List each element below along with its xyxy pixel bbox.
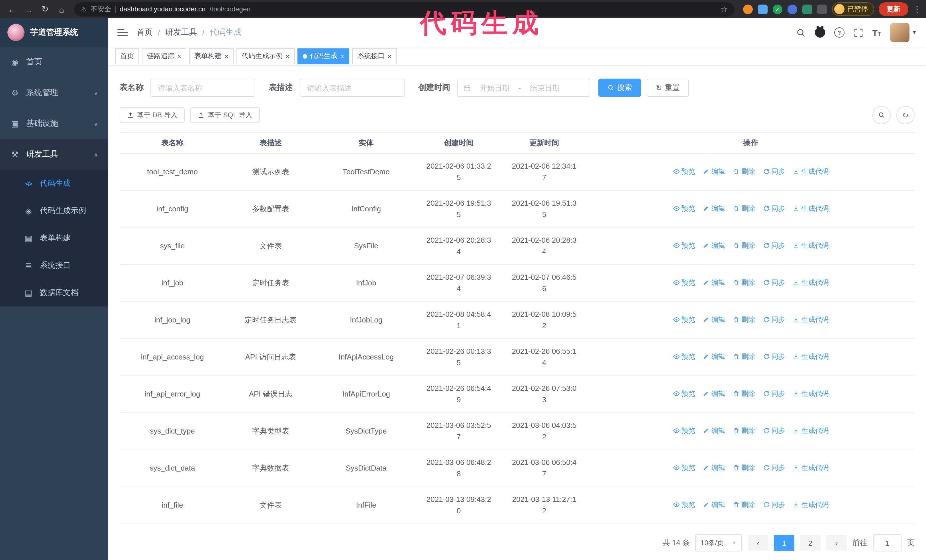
extension-icon-5[interactable] [802, 4, 812, 14]
tab-home[interactable]: 首页 [115, 48, 139, 64]
extension-icon-2[interactable] [758, 4, 767, 14]
edit-link[interactable]: 编辑 [703, 277, 725, 288]
generate-code-link[interactable]: 生成代码 [793, 499, 829, 510]
sidebar-item-system-management[interactable]: ⚙ 系统管理 ∨ [0, 77, 108, 108]
preview-link[interactable]: 预览 [673, 166, 695, 177]
import-db-button[interactable]: 基于 DB 导入 [120, 107, 185, 123]
page-button-1[interactable]: 1 [774, 535, 794, 551]
delete-link[interactable]: 删除 [733, 314, 755, 325]
extension-icon-3[interactable]: ✓ [773, 4, 782, 14]
generate-code-link[interactable]: 生成代码 [793, 462, 829, 473]
tab-form-builder[interactable]: 表单构建 × [189, 48, 234, 64]
reload-button[interactable]: ↻ [38, 2, 53, 17]
tab-codegen[interactable]: 代码生成 × [298, 48, 349, 64]
edit-link[interactable]: 编辑 [703, 203, 725, 214]
delete-link[interactable]: 删除 [733, 462, 755, 473]
refresh-table-button[interactable]: ↻ [896, 106, 915, 124]
sidebar-item-home[interactable]: ◉ 首页 [0, 47, 108, 77]
sync-link[interactable]: 同步 [763, 425, 785, 436]
import-sql-button[interactable]: 基于 SQL 导入 [191, 107, 260, 123]
sidebar-subitem-db-docs[interactable]: ▤ 数据库文档 [0, 279, 108, 306]
extension-icon-4[interactable] [788, 4, 797, 14]
bookmark-star-icon[interactable]: ☆ [720, 5, 728, 14]
tab-codegen-example[interactable]: 代码生成示例 × [236, 48, 295, 64]
end-date-input[interactable] [524, 83, 565, 92]
edit-link[interactable]: 编辑 [703, 425, 725, 436]
preview-link[interactable]: 预览 [673, 425, 695, 436]
preview-link[interactable]: 预览 [673, 240, 695, 251]
edit-link[interactable]: 编辑 [703, 462, 725, 473]
browser-update-button[interactable]: 更新 [879, 2, 908, 16]
delete-link[interactable]: 删除 [733, 388, 755, 399]
sidebar-subitem-codegen[interactable]: </> 代码生成 [0, 170, 108, 197]
preview-link[interactable]: 预览 [673, 499, 695, 510]
browser-menu-icon[interactable]: ⋮ [913, 4, 921, 14]
sync-link[interactable]: 同步 [763, 314, 785, 325]
preview-link[interactable]: 预览 [673, 388, 695, 399]
sidebar-item-dev-tools[interactable]: ⚒ 研发工具 ∧ [0, 139, 108, 170]
next-page-button[interactable]: › [826, 535, 847, 551]
page-size-select[interactable]: 10条/页 ▼ [696, 534, 742, 551]
edit-link[interactable]: 编辑 [703, 388, 725, 399]
sync-link[interactable]: 同步 [763, 240, 785, 251]
sidebar-item-infrastructure[interactable]: ▣ 基础设施 ∨ [0, 108, 108, 139]
sidebar-logo[interactable]: 芋道管理系统 [0, 18, 108, 47]
close-icon[interactable]: × [177, 53, 181, 60]
delete-link[interactable]: 删除 [733, 277, 755, 288]
sidebar-subitem-codegen-example[interactable]: ◈ 代码生成示例 [0, 197, 108, 225]
sidebar-subitem-form-builder[interactable]: ▦ 表单构建 [0, 225, 108, 252]
start-date-input[interactable] [474, 83, 515, 92]
close-icon[interactable]: × [387, 53, 392, 60]
generate-code-link[interactable]: 生成代码 [793, 166, 829, 177]
preview-link[interactable]: 预览 [673, 277, 695, 288]
date-range-picker[interactable]: - [457, 78, 590, 97]
forward-button[interactable]: → [21, 2, 36, 17]
delete-link[interactable]: 删除 [733, 240, 755, 251]
font-size-icon[interactable]: TT [872, 28, 881, 37]
tab-system-api[interactable]: 系统接口 × [352, 48, 396, 64]
edit-link[interactable]: 编辑 [703, 499, 725, 510]
generate-code-link[interactable]: 生成代码 [793, 388, 829, 399]
toggle-search-button[interactable] [872, 106, 891, 124]
sync-link[interactable]: 同步 [763, 166, 785, 177]
search-button[interactable]: 搜索 [598, 78, 641, 97]
sync-link[interactable]: 同步 [763, 203, 785, 214]
delete-link[interactable]: 删除 [733, 203, 755, 214]
delete-link[interactable]: 删除 [733, 425, 755, 436]
close-icon[interactable]: × [286, 53, 289, 60]
sync-link[interactable]: 同步 [763, 388, 785, 399]
close-icon[interactable]: × [224, 53, 228, 60]
generate-code-link[interactable]: 生成代码 [793, 351, 829, 362]
address-bar[interactable]: ⚠ 不安全 dashboard.yudao.iocoder.cn /tool/c… [74, 2, 735, 16]
sync-link[interactable]: 同步 [763, 351, 785, 362]
sidebar-toggle-icon[interactable] [117, 29, 128, 36]
table-name-input[interactable] [150, 78, 255, 97]
help-icon[interactable]: ? [834, 27, 844, 38]
extension-icon-1[interactable] [743, 4, 753, 14]
search-icon[interactable] [796, 28, 806, 37]
puzzle-extensions-icon[interactable] [817, 4, 827, 14]
tab-link-trace[interactable]: 链路追踪 × [142, 48, 186, 64]
generate-code-link[interactable]: 生成代码 [793, 425, 829, 436]
sync-link[interactable]: 同步 [763, 462, 785, 473]
reset-button[interactable]: ↻ 重置 [647, 78, 689, 97]
sync-link[interactable]: 同步 [763, 499, 785, 510]
page-button-2[interactable]: 2 [800, 535, 820, 551]
generate-code-link[interactable]: 生成代码 [793, 277, 829, 288]
home-button[interactable]: ⌂ [54, 2, 69, 17]
generate-code-link[interactable]: 生成代码 [793, 203, 829, 214]
table-desc-input[interactable] [300, 78, 405, 97]
profile-paused-badge[interactable]: 已暂停 [832, 2, 874, 16]
sidebar-subitem-system-api[interactable]: ≣ 系统接口 [0, 252, 108, 279]
back-button[interactable]: ← [5, 2, 20, 17]
delete-link[interactable]: 删除 [733, 351, 755, 362]
edit-link[interactable]: 编辑 [703, 351, 725, 362]
delete-link[interactable]: 删除 [733, 499, 755, 510]
user-menu[interactable]: ▼ [890, 23, 917, 42]
breadcrumb-home[interactable]: 首页 [137, 27, 153, 38]
preview-link[interactable]: 预览 [673, 314, 695, 325]
preview-link[interactable]: 预览 [673, 462, 695, 473]
delete-link[interactable]: 删除 [733, 166, 755, 177]
generate-code-link[interactable]: 生成代码 [793, 240, 829, 251]
preview-link[interactable]: 预览 [673, 203, 695, 214]
